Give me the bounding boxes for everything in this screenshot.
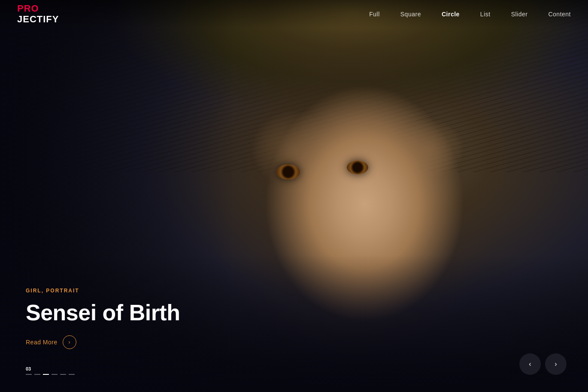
logo[interactable]: PRO JECTIFY xyxy=(17,3,59,24)
next-arrow-button[interactable]: › xyxy=(545,353,567,375)
nav-item-content[interactable]: Content xyxy=(548,10,571,18)
counter-dots xyxy=(26,374,75,375)
read-more-label: Read More xyxy=(26,339,58,346)
nav-link-list[interactable]: List xyxy=(480,11,491,18)
slide-counter: 03 xyxy=(26,366,75,375)
prev-arrow-button[interactable]: ‹ xyxy=(519,353,541,375)
counter-number: 03 xyxy=(26,366,75,371)
logo-jectify: JECTIFY xyxy=(17,14,59,24)
nav-link-slider[interactable]: Slider xyxy=(511,11,528,18)
dot-3 xyxy=(43,374,49,375)
nav-item-circle[interactable]: Circle xyxy=(442,10,460,18)
logo-pro: PRO xyxy=(17,3,39,14)
nav-link-full[interactable]: Full xyxy=(369,11,380,18)
nav-item-list[interactable]: List xyxy=(480,10,491,18)
nav-item-slider[interactable]: Slider xyxy=(511,10,528,18)
navbar: PRO JECTIFY Full Square Circle List Slid… xyxy=(0,0,588,28)
nav-item-full[interactable]: Full xyxy=(369,10,380,18)
slide-category: GIRL, PORTRAIT xyxy=(26,288,180,294)
nav-item-square[interactable]: Square xyxy=(400,10,421,18)
read-more-link[interactable]: Read More › xyxy=(26,335,180,349)
nav-link-square[interactable]: Square xyxy=(400,11,421,18)
nav-link-circle[interactable]: Circle xyxy=(442,11,460,18)
dot-5 xyxy=(60,374,66,375)
dot-4 xyxy=(52,374,58,375)
dot-1 xyxy=(26,374,32,375)
nav-arrows: ‹ › xyxy=(519,353,567,375)
slide-title: Sensei of Birth xyxy=(26,301,180,325)
read-more-arrow-icon: › xyxy=(63,335,76,349)
dot-6 xyxy=(69,374,75,375)
dot-2 xyxy=(34,374,40,375)
nav-links: Full Square Circle List Slider Content xyxy=(369,10,571,18)
slide-content: GIRL, PORTRAIT Sensei of Birth Read More… xyxy=(26,288,180,349)
nav-link-content[interactable]: Content xyxy=(548,11,571,18)
